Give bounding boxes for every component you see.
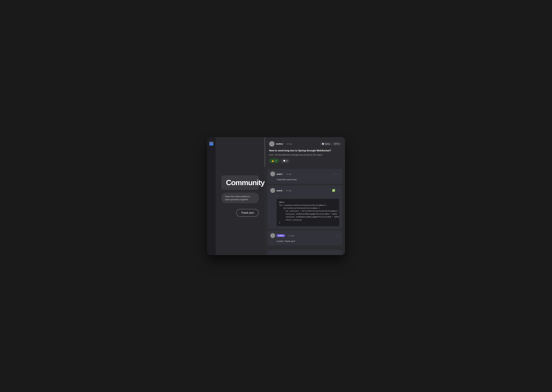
question-header: Author • 1d ago 📄 Spring GPT-4 How to se… bbox=[265, 137, 345, 167]
right-panel: Author • 1d ago 📄 Spring GPT-4 How to se… bbox=[265, 137, 345, 255]
question-time: 1d ago bbox=[287, 143, 292, 145]
user1-name: user1 bbox=[277, 173, 282, 175]
comment-count: 3 bbox=[286, 160, 287, 162]
question-title: How to send long text to Spring through … bbox=[269, 149, 341, 152]
community-title: Community bbox=[226, 179, 254, 186]
comment-2-text: □ @Bean fun createServletServerContainer… bbox=[277, 195, 339, 226]
tag-gpt4: GPT-4 bbox=[333, 142, 341, 146]
comment-1-text: I faced the same issue bbox=[277, 178, 339, 181]
user1-time: 1d ago bbox=[286, 173, 292, 175]
tag-spring-label: Spring bbox=[325, 143, 330, 145]
comment-2-header: user2 • 1d ago ✅ ⋯ bbox=[270, 188, 339, 193]
tag-spring: 📄 Spring bbox=[320, 142, 331, 146]
code-block: @Bean fun createServletServerContainerFa… bbox=[277, 199, 339, 226]
more-options-icon[interactable]: ⋯ bbox=[337, 189, 339, 192]
author-avatar bbox=[269, 141, 275, 147]
community-subtitle: Share the chats publicly to solve questi… bbox=[225, 195, 255, 201]
left-sidebar bbox=[207, 137, 216, 255]
comment-icon: 💬 bbox=[283, 160, 286, 162]
comment-3-header: Author • 1d ago ⋯ bbox=[270, 233, 339, 238]
like-icon: 👍 bbox=[271, 160, 274, 162]
question-actions: 👍 16 💬 3 bbox=[269, 159, 341, 163]
comment-card: user2 • 1d ago ✅ ⋯ □ @Bean fun createSer… bbox=[267, 185, 342, 229]
comment-card: Author • 1d ago ⋯ It works. Thank you!! bbox=[267, 231, 342, 245]
svg-rect-0 bbox=[209, 144, 213, 146]
author-time: 1d ago bbox=[289, 235, 294, 237]
question-meta: Author • 1d ago 📄 Spring GPT-4 bbox=[269, 141, 341, 147]
question-body: error: "the decoded text message was too… bbox=[269, 154, 341, 156]
like-count: 16 bbox=[275, 160, 277, 162]
question-author-name: Author bbox=[276, 143, 283, 145]
code-prefix-icon: □ bbox=[277, 195, 278, 197]
like-button[interactable]: 👍 16 bbox=[269, 159, 279, 163]
app-logo bbox=[209, 141, 214, 147]
thank-you-button[interactable]: Thank you! bbox=[236, 209, 259, 217]
unverified-icon: ⊘ bbox=[333, 172, 335, 175]
app-container: Community Share the chats publicly to so… bbox=[207, 137, 345, 255]
author-badge: Author bbox=[277, 234, 285, 237]
comments-section: user1 • 1d ago ⊘ ⋯ I faced the same issu… bbox=[265, 167, 345, 248]
user2-time: 1d ago bbox=[286, 189, 292, 192]
comment-card: user1 • 1d ago ⊘ ⋯ I faced the same issu… bbox=[267, 169, 342, 184]
reply-input[interactable] bbox=[267, 250, 342, 255]
tag-gpt4-label: GPT-4 bbox=[334, 143, 339, 145]
question-tags: 📄 Spring GPT-4 bbox=[320, 142, 341, 146]
author2-avatar bbox=[270, 233, 275, 238]
svg-rect-1 bbox=[209, 143, 213, 144]
community-subtitle-box: Share the chats publicly to solve questi… bbox=[221, 193, 259, 203]
comment-3-text: It works. Thank you!! bbox=[277, 240, 339, 243]
user2-avatar bbox=[270, 188, 275, 193]
more-options-icon[interactable]: ⋯ bbox=[337, 172, 339, 175]
more-options-icon[interactable]: ⋯ bbox=[337, 234, 339, 237]
left-panel: Community Share the chats publicly to so… bbox=[216, 137, 265, 255]
user2-name: user2 bbox=[277, 189, 282, 192]
svg-rect-2 bbox=[209, 142, 213, 143]
verified-icon: ✅ bbox=[332, 189, 335, 192]
comment-button[interactable]: 💬 3 bbox=[281, 159, 290, 163]
community-title-box: Community bbox=[221, 175, 259, 190]
user1-avatar bbox=[270, 171, 275, 176]
spring-icon: 📄 bbox=[322, 143, 324, 145]
input-area bbox=[265, 248, 345, 255]
comment-1-header: user1 • 1d ago ⊘ ⋯ bbox=[270, 171, 339, 176]
